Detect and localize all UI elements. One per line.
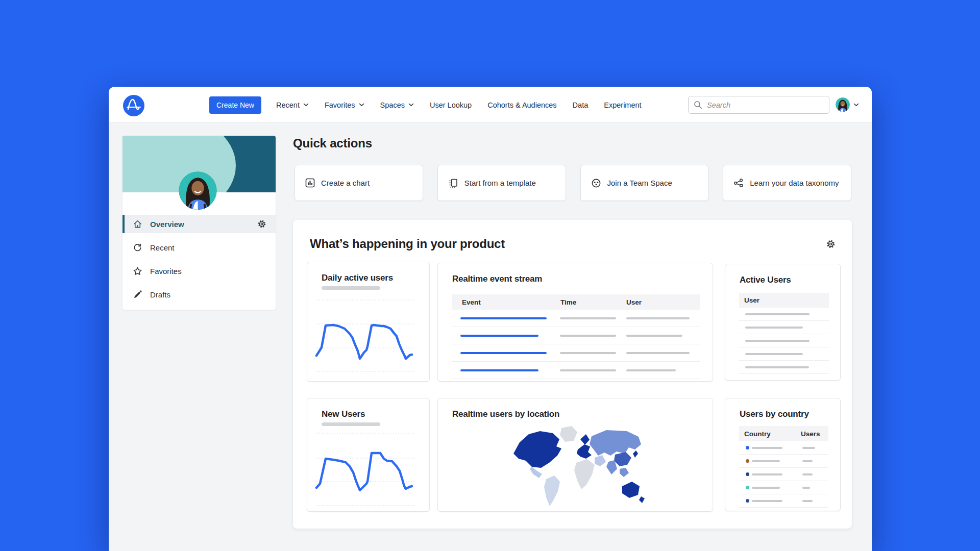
map-region-scandinavia: [580, 434, 590, 445]
widget-realtime-users-by-location: Realtime users by location: [437, 398, 713, 512]
placeholder-bar: [560, 335, 616, 337]
search-input[interactable]: [688, 96, 829, 114]
map-region-japan: [633, 450, 638, 458]
quick-action-data-taxonomy[interactable]: Learn your data taxonomy: [723, 165, 851, 201]
table-header: Country Users: [739, 426, 828, 441]
nav-item-spaces[interactable]: Spaces: [380, 101, 414, 109]
nav-item-recent[interactable]: Recent: [276, 101, 309, 109]
sidebar-item-recent[interactable]: Recent: [122, 236, 276, 259]
widget-title: Users by country: [740, 409, 809, 419]
search-box: [688, 96, 829, 114]
quick-action-create-chart[interactable]: Create a chart: [295, 165, 423, 201]
placeholder-bar: [802, 473, 813, 475]
column-header: Country: [744, 430, 771, 438]
map-region-middle-east: [595, 455, 606, 466]
active-users-table: User: [739, 293, 829, 374]
user-avatar: [836, 97, 850, 112]
sidebar-item-overview[interactable]: Overview: [122, 215, 276, 233]
app-window: Create New Recent Favorites Spaces User …: [109, 87, 872, 551]
map-region-india: [606, 460, 617, 474]
column-header: Users: [801, 430, 820, 438]
panel-settings-button[interactable]: [825, 238, 837, 252]
nav-item-label: Spaces: [380, 101, 405, 109]
quick-action-join-team-space[interactable]: Join a Team Space: [580, 165, 709, 201]
sidebar-item-drafts[interactable]: Drafts: [122, 283, 276, 306]
table-row: [452, 344, 700, 362]
chevron-down-icon: [853, 103, 859, 107]
widget-realtime-event-stream: Realtime event stream Event Time User: [437, 263, 713, 382]
chart-icon: [305, 178, 315, 188]
quick-actions-heading: Quick actions: [293, 136, 372, 151]
placeholder-bar: [626, 335, 682, 337]
column-header: Time: [560, 298, 576, 306]
map-region-central-america: [530, 467, 542, 478]
amplitude-logo[interactable]: [123, 95, 144, 116]
column-header: Event: [462, 298, 481, 306]
users-by-country-rows: [739, 441, 828, 508]
sidebar-nav: Overview Recent: [122, 212, 276, 306]
nav-item-cohorts-audiences[interactable]: Cohorts & Audiences: [487, 101, 556, 109]
placeholder-bar: [460, 335, 538, 337]
nav-item-experiment[interactable]: Experiment: [604, 101, 641, 109]
nav-item-favorites[interactable]: Favorites: [325, 101, 364, 109]
placeholder-bar: [626, 317, 690, 319]
top-nav-links: Recent Favorites Spaces User Lookup Coho…: [276, 87, 642, 123]
placeholder-bar: [752, 447, 782, 449]
map-region-north-america: [513, 431, 561, 468]
table-row: [739, 321, 829, 334]
placeholder-bar: [560, 317, 616, 319]
placeholder-bar: [752, 500, 782, 502]
quick-action-start-template[interactable]: Start from a template: [437, 165, 566, 201]
table-header: Event Time User: [452, 294, 700, 310]
placeholder-bar: [752, 460, 780, 462]
gear-icon[interactable]: [257, 219, 266, 229]
table-row: [739, 441, 828, 455]
daily-active-users-chart: [307, 262, 429, 381]
nav-item-label: Recent: [276, 101, 300, 109]
table-header: User: [739, 293, 829, 308]
country-dot: [746, 486, 749, 489]
map-region-africa: [574, 459, 595, 489]
sidebar-item-favorites[interactable]: Favorites: [122, 259, 276, 283]
user-menu[interactable]: [836, 97, 859, 112]
amplitude-logo-icon: [123, 95, 144, 116]
widget-daily-active-users: Daily active users: [307, 262, 430, 382]
column-header: User: [626, 298, 642, 306]
placeholder-bar: [745, 313, 810, 315]
map-region-greenland: [560, 426, 577, 442]
history-icon: [133, 243, 142, 253]
table-row: [739, 334, 829, 347]
template-icon: [448, 178, 458, 188]
quick-actions-row: Create a chart Start from a template Joi…: [295, 165, 851, 201]
country-dot: [746, 499, 749, 503]
table-row: [739, 494, 828, 508]
nav-item-user-lookup[interactable]: User Lookup: [430, 101, 472, 109]
sidebar-card: Overview Recent: [122, 136, 276, 310]
table-row: [739, 468, 828, 481]
table-row: [739, 481, 828, 494]
nav-item-data[interactable]: Data: [573, 101, 589, 109]
nav-item-label: Experiment: [604, 101, 641, 109]
table-row: [452, 327, 700, 344]
sidebar-item-label: Overview: [150, 220, 184, 229]
table-row: [739, 347, 829, 361]
panel-title: What’s happening in your product: [310, 237, 505, 251]
map-region-russia: [590, 430, 641, 456]
map-region-china: [614, 452, 631, 466]
country-dot: [746, 459, 749, 463]
table-row: [452, 362, 700, 379]
quick-action-label: Start from a template: [464, 179, 536, 187]
widget-title: Realtime event stream: [452, 274, 542, 284]
placeholder-bar: [626, 352, 690, 354]
quick-action-label: Learn your data taxonomy: [750, 179, 839, 187]
widget-users-by-country: Users by country Country Users: [725, 398, 841, 511]
country-dot: [746, 472, 749, 476]
create-new-button[interactable]: Create New: [209, 96, 261, 114]
placeholder-bar: [626, 369, 676, 371]
placeholder-bar: [560, 369, 616, 371]
map-region-southeast-asia: [620, 468, 629, 477]
country-dot: [746, 446, 749, 449]
event-stream-rows: [452, 310, 700, 379]
product-panel: What’s happening in your product Daily a…: [293, 220, 852, 529]
sidebar-item-label: Favorites: [150, 267, 182, 276]
